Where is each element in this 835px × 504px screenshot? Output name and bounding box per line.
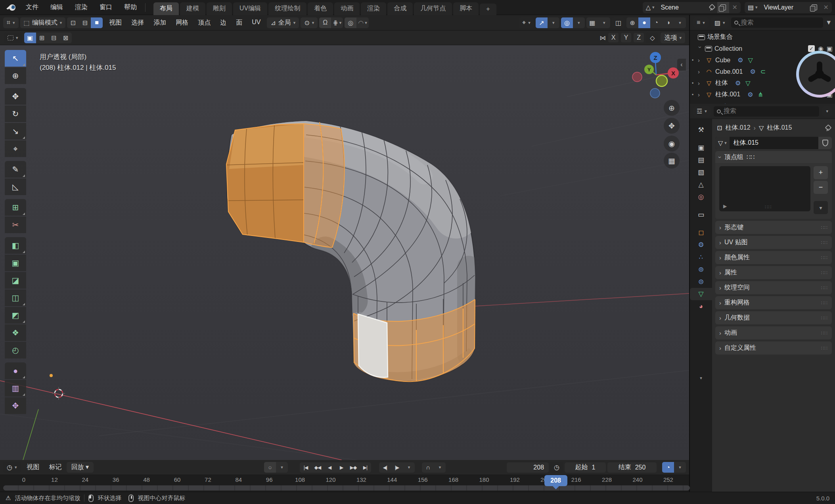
timeline-menu-视图[interactable]: 视图: [22, 462, 44, 473]
prev-frame-button[interactable]: ◀|: [379, 462, 391, 473]
snap-to-symmetry-toggle[interactable]: ◇: [646, 33, 658, 43]
properties-tab-data[interactable]: ▽: [690, 288, 712, 300]
workspace-tab-合成[interactable]: 合成: [387, 2, 413, 15]
scene-pin-button[interactable]: [705, 2, 717, 13]
playhead[interactable]: 208: [544, 475, 567, 486]
drag-grip-icon[interactable]: ∷∷: [821, 270, 828, 276]
auto-key-toggle[interactable]: ○: [264, 462, 276, 473]
outliner-search[interactable]: 搜索: [731, 17, 824, 28]
next-frame-button[interactable]: |▶: [391, 462, 403, 473]
outliner-row-scene-collection[interactable]: 场景集合: [690, 31, 835, 43]
viewport-menu-边[interactable]: 边: [215, 17, 231, 28]
xray-toggle[interactable]: ◫: [612, 17, 625, 28]
collection-label[interactable]: Collection: [714, 45, 742, 52]
jump-to-end-button[interactable]: ▶|: [359, 462, 371, 473]
tool-scale[interactable]: ↘: [5, 123, 26, 140]
zoom-button[interactable]: ⊕: [664, 100, 680, 116]
tool-cursor[interactable]: ⊕: [5, 67, 26, 84]
drag-grip-icon[interactable]: ∷∷: [821, 255, 828, 261]
pan-button[interactable]: ✥: [664, 118, 680, 134]
gizmo-toggle[interactable]: ↗: [536, 17, 548, 28]
scene-collection-label[interactable]: 场景集合: [707, 33, 733, 41]
properties-tab-material[interactable]: ◕: [690, 300, 712, 312]
tool-smooth[interactable]: ●: [5, 362, 26, 379]
properties-tab-modifiers[interactable]: ⚙: [690, 239, 712, 251]
use-preview-range-toggle[interactable]: ◷: [550, 462, 563, 473]
properties-tab-render[interactable]: ▣: [690, 142, 712, 154]
shading-material-button[interactable]: ◔: [650, 17, 662, 28]
viewport-menu-顶点[interactable]: 顶点: [193, 17, 215, 28]
tool-measure[interactable]: ◺: [5, 178, 26, 195]
menu-渲染[interactable]: 渲染: [69, 2, 94, 13]
mode-selector[interactable]: ⬚编辑模式▾: [20, 17, 66, 28]
overlays-settings[interactable]: ▾: [573, 17, 585, 28]
prev-keyframe-button[interactable]: ◆◀: [312, 462, 324, 473]
select-subtract-button[interactable]: ⊟: [48, 33, 60, 43]
properties-search[interactable]: 搜索: [714, 106, 820, 117]
pin-icon[interactable]: [825, 125, 830, 131]
properties-tab-view-layer[interactable]: ▧: [690, 166, 712, 178]
pivot-point-selector[interactable]: ⊙▾: [301, 17, 318, 28]
proportional-toggle[interactable]: ◎: [345, 17, 356, 28]
viewport-menu-UV[interactable]: UV: [247, 17, 265, 28]
panel-重构网格[interactable]: ›重构网格∷∷: [715, 296, 832, 309]
timeline-scrollbar[interactable]: [3, 485, 690, 491]
play-button[interactable]: ▶: [335, 462, 347, 473]
workspace-tab-纹理绘制[interactable]: 纹理绘制: [268, 2, 306, 15]
object-name[interactable]: 柱体.001: [715, 90, 740, 99]
workspace-tab-脚本[interactable]: 脚本: [453, 2, 479, 15]
workspace-tab-建模[interactable]: 建模: [180, 2, 205, 15]
scene-type-button[interactable]: △▾: [643, 2, 658, 13]
viewport-menu-视图[interactable]: 视图: [104, 17, 126, 28]
next-keyframe-button[interactable]: ▶◆: [347, 462, 359, 473]
options-dropdown[interactable]: 选项▾: [661, 33, 685, 43]
tool-bevel[interactable]: ◪: [5, 272, 26, 289]
shading-rendered-button[interactable]: ◑: [662, 17, 674, 28]
panel-纹理空间[interactable]: ›纹理空间∷∷: [715, 281, 832, 294]
tool-knife[interactable]: ◩: [5, 307, 26, 324]
workspace-tab-几何节点[interactable]: 几何节点: [414, 2, 452, 15]
select-extend-button[interactable]: ⊞: [36, 33, 48, 43]
keying-settings[interactable]: ▾: [434, 462, 446, 473]
workspace-tab-UV编辑[interactable]: UV编辑: [233, 2, 267, 15]
viewport-menu-选择[interactable]: 选择: [126, 17, 149, 28]
breadcrumb-data[interactable]: 柱体.015: [767, 124, 792, 132]
viewlayer-new-button[interactable]: [808, 2, 820, 13]
viewport-menu-面[interactable]: 面: [231, 17, 247, 28]
shading-wireframe-button[interactable]: ⊕: [626, 17, 638, 28]
tool-spin[interactable]: ◴: [5, 342, 26, 358]
viewlayer-name[interactable]: ViewLayer: [761, 2, 808, 13]
tool-extrude-region[interactable]: ◧: [5, 237, 26, 254]
panel-动画[interactable]: ›动画∷∷: [715, 326, 832, 339]
timeline-ruler[interactable]: 0122436486072849610812013214415616818019…: [0, 475, 689, 492]
resize-grip-icon[interactable]: ∷∷: [765, 204, 772, 210]
frame-start-field[interactable]: 起始1: [565, 462, 606, 473]
timeline-menu-标记[interactable]: 标记: [44, 462, 67, 473]
workspace-tab-渲染[interactable]: 渲染: [361, 2, 386, 15]
mesh-name-input[interactable]: 柱体.015: [730, 139, 818, 147]
tool-loop-cut[interactable]: ◫: [5, 289, 26, 306]
tool-rip-region[interactable]: ✂: [5, 217, 26, 233]
collection-checkbox[interactable]: ✓: [808, 45, 815, 52]
tool-inset-faces[interactable]: ▣: [5, 255, 26, 271]
properties-tab-constraints[interactable]: ⊜: [690, 276, 712, 288]
breadcrumb-object[interactable]: 柱体.012: [725, 124, 750, 132]
timeline-menu-回放[interactable]: 回放 ▾: [67, 462, 94, 473]
tool-annotate[interactable]: ✎: [5, 161, 26, 178]
playback-sync-toggle[interactable]: ◔: [662, 462, 674, 473]
sidebar-collapse-tab[interactable]: ‹: [677, 59, 686, 71]
menu-文件[interactable]: 文件: [20, 2, 44, 13]
mirror-z-toggle[interactable]: Z: [634, 33, 644, 42]
jump-to-start-button[interactable]: |◀: [300, 462, 312, 473]
face-select-button[interactable]: ■: [91, 17, 103, 28]
properties-tab-scene[interactable]: △: [690, 178, 712, 191]
shading-settings[interactable]: ▾: [674, 17, 686, 28]
snap-toggle[interactable]: Ω: [319, 17, 331, 28]
panel-形态键[interactable]: ›形态键∷∷: [715, 221, 832, 234]
drag-grip-icon[interactable]: ∷∷: [821, 225, 828, 230]
add-vertex-group-button[interactable]: +: [814, 166, 828, 179]
viewport-menu-添加[interactable]: 添加: [149, 17, 171, 28]
tool-select-box[interactable]: ↖: [5, 50, 26, 67]
tool-poly-build[interactable]: ❖: [5, 324, 26, 341]
workspace-tab-动画[interactable]: 动画: [334, 2, 360, 15]
